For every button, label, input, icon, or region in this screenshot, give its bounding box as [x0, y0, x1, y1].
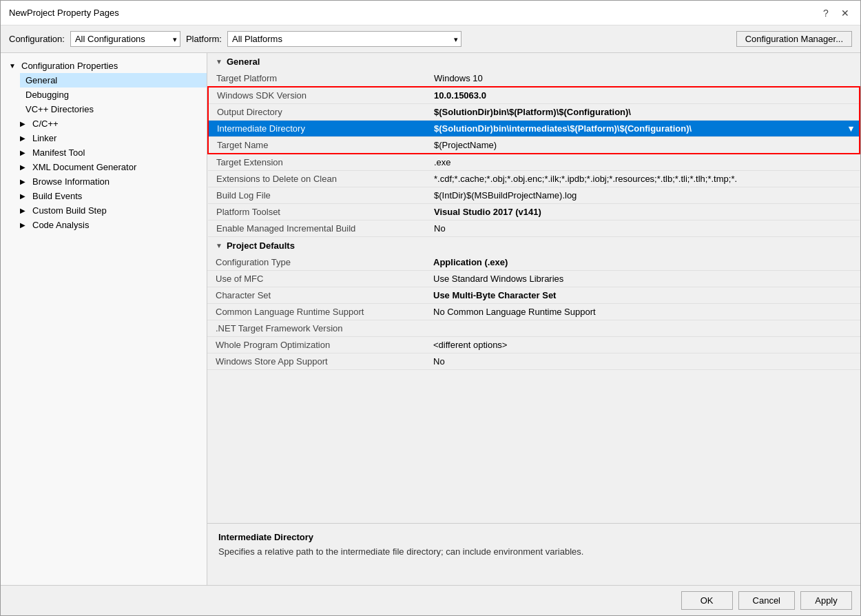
sidebar-label-manifest-tool: Manifest Tool [32, 147, 85, 158]
sidebar-label-custom-build-step: Custom Build Step [32, 205, 107, 216]
right-panel: ▼ General Target Platform Windows 10 Win… [207, 53, 860, 585]
table-row: Build Log File $(IntDir)$(MSBuildProject… [208, 187, 860, 204]
sidebar-label-linker: Linker [32, 133, 56, 143]
table-row: Platform Toolset Visual Studio 2017 (v14… [208, 204, 860, 220]
prop-value-platform-toolset: Visual Studio 2017 (v141) [428, 204, 860, 220]
table-row: Configuration Type Application (.exe) [207, 254, 860, 271]
prop-value-target-platform: Windows 10 [428, 70, 860, 87]
dialog-title: NewProject Property Pages [9, 8, 119, 18]
sidebar-label-browse-info: Browse Information [32, 176, 110, 187]
tree-children: General Debugging VC++ Directories ▶ C/C… [6, 73, 207, 232]
prop-value-config-type: Application (.exe) [428, 254, 860, 271]
prop-name-target-name: Target Name [208, 137, 428, 154]
bottom-info-title: Intermediate Directory [218, 532, 849, 542]
section-arrow-project-defaults: ▼ [216, 242, 222, 249]
prop-name-enable-managed: Enable Managed Incremental Build [208, 220, 428, 237]
table-row[interactable]: Intermediate Directory $(SolutionDir)bin… [208, 121, 860, 137]
prop-value-character-set: Use Multi-Byte Character Set [428, 287, 860, 304]
section-title-general: General [227, 57, 260, 67]
config-label: Configuration: [9, 34, 65, 44]
close-button[interactable]: ✕ [838, 6, 852, 20]
table-row: Target Platform Windows 10 [208, 70, 860, 87]
ok-button[interactable]: OK [681, 591, 733, 610]
prop-value-target-name: $(ProjectName) [428, 137, 860, 154]
dropdown-arrow-icon: ▾ [849, 123, 853, 134]
prop-name-extensions-delete: Extensions to Delete on Clean [208, 171, 428, 187]
arrow-browse-icon: ▶ [20, 178, 30, 185]
arrow-custom-build-icon: ▶ [20, 207, 30, 214]
sidebar-item-linker[interactable]: ▶ Linker [20, 131, 207, 145]
platform-select-wrapper: All Platforms [227, 31, 461, 47]
table-row: Output Directory $(SolutionDir)bin\$(Pla… [208, 104, 860, 121]
tree-label-config-properties: Configuration Properties [21, 61, 118, 71]
section-title-project-defaults: Project Defaults [227, 240, 295, 251]
platform-select[interactable]: All Platforms [227, 31, 461, 47]
apply-button[interactable]: Apply [800, 591, 852, 610]
prop-name-build-log: Build Log File [208, 187, 428, 204]
sidebar-item-debugging[interactable]: Debugging [20, 88, 207, 102]
prop-value-extensions-delete: *.cdf;*.cache;*.obj;*.obj.enc;*.ilk;*.ip… [428, 171, 860, 187]
sidebar-item-vcpp-dirs[interactable]: VC++ Directories [20, 102, 207, 116]
arrow-manifest-icon: ▶ [20, 149, 30, 156]
cancel-button[interactable]: Cancel [738, 591, 795, 610]
table-row: Use of MFC Use Standard Windows Librarie… [207, 271, 860, 287]
property-pages-dialog: NewProject Property Pages ? ✕ Configurat… [0, 0, 861, 616]
title-bar: NewProject Property Pages ? ✕ [1, 1, 860, 25]
prop-value-enable-managed: No [428, 220, 860, 237]
help-button[interactable]: ? [819, 6, 833, 20]
tree-item-config-properties[interactable]: ▼ Configuration Properties [6, 59, 207, 73]
arrow-code-analysis-icon: ▶ [20, 221, 30, 229]
arrow-cpp-icon: ▶ [20, 120, 30, 127]
prop-value-build-log: $(IntDir)$(MSBuildProjectName).log [428, 187, 860, 204]
table-row: Enable Managed Incremental Build No [208, 220, 860, 237]
prop-value-use-mfc: Use Standard Windows Libraries [428, 271, 860, 287]
prop-name-net-version: .NET Target Framework Version [207, 320, 428, 337]
prop-name-windows-sdk: Windows SDK Version [208, 87, 428, 104]
sidebar-label-cpp: C/C++ [32, 119, 59, 129]
table-row: Common Language Runtime Support No Commo… [207, 304, 860, 320]
properties-area: ▼ General Target Platform Windows 10 Win… [207, 53, 860, 523]
prop-name-clr-support: Common Language Runtime Support [207, 304, 428, 320]
sidebar-item-build-events[interactable]: ▶ Build Events [20, 189, 207, 203]
config-select[interactable]: All Configurations [70, 31, 180, 47]
prop-name-target-platform: Target Platform [208, 70, 428, 87]
prop-value-output-dir: $(SolutionDir)bin\$(Platform)\$(Configur… [428, 104, 860, 121]
main-content: ▼ Configuration Properties General Debug… [1, 53, 860, 585]
table-row: Target Name $(ProjectName) [208, 137, 860, 154]
prop-value-whole-program: <different options> [428, 337, 860, 353]
arrow-linker-icon: ▶ [20, 134, 30, 142]
table-row: .NET Target Framework Version [207, 320, 860, 337]
prop-value-windows-store: No [428, 353, 860, 370]
sidebar-item-cpp[interactable]: ▶ C/C++ [20, 116, 207, 131]
table-row: Target Extension .exe [208, 154, 860, 171]
arrow-xml-icon: ▶ [20, 163, 30, 171]
sidebar-item-manifest-tool[interactable]: ▶ Manifest Tool [20, 145, 207, 160]
sidebar-label-code-analysis: Code Analysis [32, 220, 89, 230]
prop-value-windows-sdk: 10.0.15063.0 [428, 87, 860, 104]
table-row: Windows Store App Support No [207, 353, 860, 370]
bottom-info-description: Specifies a relative path to the interme… [218, 546, 849, 557]
prop-value-net-version [428, 320, 860, 337]
prop-name-whole-program: Whole Program Optimization [207, 337, 428, 353]
config-manager-button[interactable]: Configuration Manager... [736, 31, 852, 47]
prop-name-target-extension: Target Extension [208, 154, 428, 171]
general-properties-table: Target Platform Windows 10 Windows SDK V… [207, 70, 860, 237]
section-header-general: ▼ General [207, 53, 860, 70]
prop-name-config-type: Configuration Type [207, 254, 428, 271]
sidebar-item-code-analysis[interactable]: ▶ Code Analysis [20, 218, 207, 232]
sidebar-item-xml-doc[interactable]: ▶ XML Document Generator [20, 160, 207, 174]
title-controls: ? ✕ [819, 6, 852, 20]
section-arrow-general: ▼ [216, 58, 222, 65]
bottom-info: Intermediate Directory Specifies a relat… [207, 523, 860, 585]
tree-root: ▼ Configuration Properties General Debug… [1, 59, 207, 232]
prop-name-character-set: Character Set [207, 287, 428, 304]
section-header-project-defaults: ▼ Project Defaults [207, 237, 860, 254]
sidebar-item-general[interactable]: General [20, 73, 207, 88]
sidebar-item-custom-build-step[interactable]: ▶ Custom Build Step [20, 203, 207, 218]
prop-value-clr-support: No Common Language Runtime Support [428, 304, 860, 320]
table-row: Extensions to Delete on Clean *.cdf;*.ca… [208, 171, 860, 187]
arrow-build-events-icon: ▶ [20, 192, 30, 200]
sidebar-label-xml-doc: XML Document Generator [32, 162, 136, 172]
sidebar-item-browse-info[interactable]: ▶ Browse Information [20, 174, 207, 189]
prop-name-output-dir: Output Directory [208, 104, 428, 121]
